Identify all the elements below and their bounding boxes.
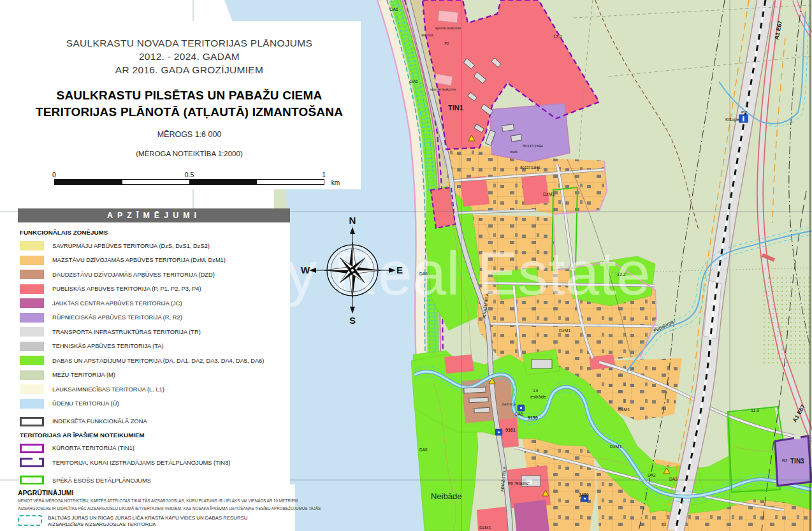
svg-text:estrāde: estrāde [530,394,546,400]
svg-text:DA6: DA6 [419,272,428,276]
map-scale: MĒROGS 1:6 000 [18,130,361,139]
restriction-item: BALTIJAS JŪRAS UN RĪGAS JŪRAS LĪČA KRAST… [18,515,295,527]
svg-text:DA6: DA6 [410,79,418,84]
svg-text:mob: mob [510,150,518,154]
svg-text:DzM1: DzM1 [479,525,491,530]
legend-item: DABAS UN APSTĀDĪJUMU TERITORIJA (DA, DA1… [20,356,290,365]
legend-item: TEHNISKĀS APBŪVES TERITORIJA (TA) [20,342,290,351]
legend-swatch [20,256,44,265]
svg-text:baznīca: baznīca [502,402,516,406]
compass-e: E [396,265,403,275]
legend-swatch [20,370,44,380]
svg-text:PII "Rūķītis": PII "Rūķītis" [508,481,530,486]
plan-title-line1: SAULKRASTU NOVADA TERITORIJAS PLĀNOJUMS [18,36,361,50]
industrial-zone-north [489,103,570,162]
legend-swatch [20,284,44,294]
svg-text:DA5: DA5 [515,412,523,416]
svg-text:12.2: 12.2 [617,272,626,277]
svg-text:3480: 3480 [579,493,589,497]
restrictions-note2: AIZSARGJOSLAS IR IZDALĪTAS PĒC AIZSARGJO… [18,506,295,512]
territorial-plan-page: City Real Estate N E S W TIN1 sporta lau… [0,0,812,531]
legend-swatch-tin1 [20,444,44,453]
svg-text:12.4: 12.4 [553,34,562,39]
dotted-forest-patch [762,277,812,367]
legend-swatch [20,327,44,337]
legend-swatch-detailplan [20,476,44,485]
legend-item: ŪDEŅU TERITORIJA (Ū) [20,399,290,409]
svg-text:DA6: DA6 [390,7,398,11]
legend-swatch [20,298,44,308]
scale-unit: km [331,179,340,186]
svg-text:11.0: 11.0 [751,408,759,412]
legend-swatch [20,313,44,323]
legend-panel: APZĪMĒJUMI FUNKCIONĀLAIS ZONĒJUMS SAVRUP… [18,208,290,486]
svg-text:80337/1844: 80337/1844 [523,144,543,148]
dashed-zone-icon [18,515,42,526]
title-panel: SAULKRASTU NOVADA TERITORIJAS PLĀNOJUMS … [18,21,361,189]
svg-text:9159: 9159 [528,416,538,420]
legend-item: DAUDZSTĀVU DZĪVOJAMĀS APBŪVES TERITORIJA… [20,270,290,279]
scale-tick-1: 1 [322,171,326,178]
legend-swatch [20,356,44,365]
restrictions-note1: ŅEMOT VĒRĀ MĒROGA NOTEIKTĪBU, KARTĒS ATT… [18,498,295,504]
scale-tick-05: 0.5 [54,171,324,178]
scale-bar: 0 0.5 1 km [54,171,324,185]
svg-text:9161: 9161 [505,428,516,432]
legend-item-tin3: TERITORIJA, KURAI IZSTRĀDĀJAMS DETĀLPLĀN… [20,458,290,467]
svg-text:sporta laukums: sporta laukums [430,87,456,91]
svg-text:att. nod.: att. nod. [421,33,434,37]
legend-item: MAZSTĀVU DZĪVOJAMĀS APBŪVES TERITORIJA (… [20,256,290,265]
svg-text:DA3: DA3 [669,477,678,481]
legend-swatch [20,399,44,409]
svg-text:Ķīšupe: Ķīšupe [725,117,739,122]
compass-w: W [301,265,310,275]
svg-text:TIN1: TIN1 [448,104,463,112]
legend-swatch [20,270,44,279]
legend-section-special: TERITORIJAS AR ĪPAŠIEM NOTEIKUMIEM [20,432,290,439]
compass-n: N [349,215,356,226]
legend-item: LAUKSAIMNIECĪBAS TERITORIJA (L, L1) [20,384,290,394]
map-title-line2: TERITORIJAS PLĀNOTĀ (ATĻAUTĀ) IZMANTOŠAN… [18,104,361,120]
svg-text:DzM1: DzM1 [559,328,570,333]
plan-title-line2: 2012. - 2024. GADAM [18,50,361,63]
legend-item-indexed-zone: INDEKSĒTA FUNKCIONĀLĀ ZONA [20,417,290,426]
svg-text:DzM1: DzM1 [618,407,630,412]
legend-swatch [20,384,44,394]
legend-swatch-outline [20,417,44,426]
svg-text:R2: R2 [782,458,788,463]
svg-text:Neibāde: Neibāde [431,491,461,501]
legend-item: JAUKTAS CENTRA APBŪVES TERITORIJA (JC) [20,298,290,308]
legend-item: TRANSPORTA INFRASTRUKTŪRAS TERITORIJA (T… [20,327,290,337]
svg-text:sporta laukums: sporta laukums [435,26,461,30]
legend-item: SAVRUPMĀJU APBŪVES TERITORIJA (DzS, DzS1… [20,241,290,251]
legend-item-tin1: KŪRORTA TERITORIJA (TIN1) [20,444,290,453]
svg-text:P.P.: P.P. [741,110,748,114]
legend-swatch [20,241,44,251]
legend-swatch [20,342,44,351]
svg-text:3.5: 3.5 [533,389,539,393]
mixed-centre-zone [514,500,549,531]
svg-text:80337/1845: 80337/1845 [520,166,540,170]
svg-text:DzM1: DzM1 [543,192,555,196]
map-title-line1: SAULKRASTU PILSĒTAS UN PABAŽU CIEMA [18,87,361,104]
svg-text:TIN3: TIN3 [790,458,804,465]
legend-item: PUBLISKĀS APBŪVES TERITORIJA (P, P1, P2,… [20,284,290,294]
legend-swatch-tin3 [20,458,44,467]
svg-text:P2: P2 [444,41,449,45]
svg-text:DA6: DA6 [419,447,428,452]
svg-text:DzM1: DzM1 [610,444,621,449]
legend-item: RŪPNIECISKĀS APBŪVES TERITORIJA (R, R2) [20,313,290,323]
compass-s: S [349,315,356,326]
plan-title-line3: AR 2016. GADA GROZĪJUMIEM [18,63,361,76]
legend-item: MEŽU TERITORIJA (M) [20,370,290,380]
restrictions-panel: APGRŪTINĀJUMI ŅEMOT VĒRĀ MĒROGA NOTEIKTĪ… [0,484,295,531]
map-scale-note: (MĒROGA NOTEIKTĪBA 1:2000) [18,150,361,157]
railway-halt-icon [739,115,748,122]
legend-header: APZĪMĒJUMI [18,208,290,222]
restrictions-heading: APGRŪTINĀJUMI [18,489,295,497]
svg-text:DA2: DA2 [648,473,656,477]
legend-section-functional: FUNKCIONĀLAIS ZONĒJUMS [20,229,290,236]
legend-item-detailplan: SPĒKĀ ESOŠS DETĀLPLĀNOJUMS [20,476,290,485]
